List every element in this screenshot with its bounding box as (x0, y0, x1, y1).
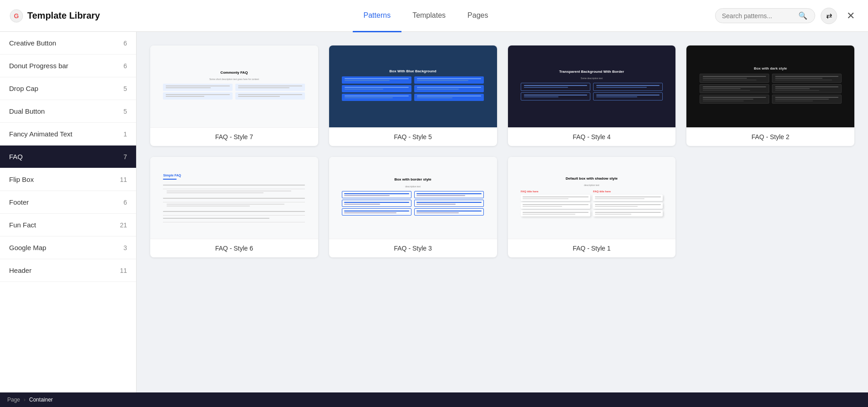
tab-pages[interactable]: Pages (457, 0, 499, 32)
sidebar-item-fancy-animated-text[interactable]: Fancy Animated Text 1 (0, 123, 136, 146)
main-layout: Creative Button 6 Donut Progress bar 6 D… (0, 32, 868, 392)
card-preview-faq-4: Transparent Background With Border Some … (508, 45, 676, 127)
tab-templates[interactable]: Templates (401, 0, 457, 32)
sidebar-item-label: Fancy Animated Text (9, 130, 72, 138)
faq-mock-7: Commonly FAQ Some short description text… (158, 65, 310, 107)
card-label-faq-4: FAQ - Style 4 (508, 127, 676, 146)
sidebar-item-label: Donut Progress bar (9, 62, 68, 70)
search-input[interactable] (722, 12, 795, 20)
logo-icon: G (9, 9, 24, 23)
page-label: Page (7, 397, 20, 403)
sidebar-item-dual-button[interactable]: Dual Button 5 (0, 100, 136, 123)
sidebar-item-count: 5 (123, 108, 127, 115)
sidebar-item-google-map[interactable]: Google Map 3 (0, 236, 136, 259)
card-label-faq-6: FAQ - Style 6 (150, 239, 318, 257)
sidebar-item-count: 11 (120, 267, 127, 274)
container-label: Container (29, 397, 53, 403)
sidebar-item-label: Drop Cap (9, 85, 38, 92)
faq-mock-4: Transparent Background With Border Some … (516, 65, 667, 108)
close-icon: ✕ (847, 10, 855, 22)
search-box[interactable]: 🔍 (715, 8, 815, 23)
template-card-faq-1[interactable]: Default box with shadow style descriptio… (508, 157, 676, 257)
card-label-faq-3: FAQ - Style 3 (329, 239, 497, 257)
sidebar-item-flip-box[interactable]: Flip Box 11 (0, 168, 136, 191)
card-preview-faq-1: Default box with shadow style descriptio… (508, 157, 676, 239)
sidebar-item-count: 6 (123, 199, 127, 206)
template-card-faq-6[interactable]: Simple FAQ FAQ - Style 6 (150, 157, 318, 257)
sidebar-item-label: Footer (9, 198, 29, 206)
card-label-faq-1: FAQ - Style 1 (508, 239, 676, 257)
template-card-faq-2[interactable]: Box with dark style (686, 45, 854, 146)
sidebar-item-donut-progress[interactable]: Donut Progress bar 6 (0, 55, 136, 77)
sidebar-item-creative-button[interactable]: Creative Button 6 (0, 32, 136, 55)
faq-mock-1: Default box with shadow style descriptio… (516, 171, 667, 224)
template-card-faq-4[interactable]: Transparent Background With Border Some … (508, 45, 676, 146)
sidebar-item-count: 6 (123, 40, 127, 47)
sidebar-item-drop-cap[interactable]: Drop Cap 5 (0, 77, 136, 100)
sidebar-item-count: 1 (123, 131, 127, 138)
faq-mock-3: Box with border style description text (337, 172, 488, 223)
sidebar-item-label: Fun Fact (9, 221, 36, 229)
sidebar: Creative Button 6 Donut Progress bar 6 D… (0, 32, 137, 392)
sidebar-item-label: Google Map (9, 244, 46, 251)
sidebar-item-label: Header (9, 266, 31, 274)
bottom-bar: Page › Container (0, 392, 868, 407)
template-card-faq-3[interactable]: Box with border style description text (329, 157, 497, 257)
faq-mock-5: Box With Blue Background (337, 64, 488, 109)
card-preview-faq-7: Commonly FAQ Some short description text… (150, 45, 318, 127)
card-preview-faq-2: Box with dark style (686, 45, 854, 127)
tab-patterns[interactable]: Patterns (353, 0, 402, 32)
sidebar-item-count: 5 (123, 85, 127, 92)
faq-mock-6: Simple FAQ (158, 169, 310, 227)
sidebar-item-count: 11 (120, 176, 127, 183)
template-card-faq-5[interactable]: Box With Blue Background (329, 45, 497, 146)
sidebar-item-header[interactable]: Header 11 (0, 259, 136, 282)
faq-mock-2: Box with dark style (695, 61, 846, 111)
card-label-faq-7: FAQ - Style 7 (150, 127, 318, 146)
sidebar-item-count: 3 (123, 244, 127, 251)
search-icon[interactable]: 🔍 (798, 11, 807, 20)
sidebar-item-label: Creative Button (9, 39, 56, 47)
card-label-faq-2: FAQ - Style 2 (686, 127, 854, 146)
template-card-faq-7[interactable]: Commonly FAQ Some short description text… (150, 45, 318, 146)
sidebar-item-label: Flip Box (9, 176, 34, 183)
template-grid: Commonly FAQ Some short description text… (150, 45, 854, 257)
sidebar-item-fun-fact[interactable]: Fun Fact 21 (0, 214, 136, 236)
breadcrumb-separator: › (24, 397, 25, 403)
close-button[interactable]: ✕ (843, 8, 859, 24)
logo-area: G Template Library (9, 9, 137, 23)
filter-button[interactable]: ⇄ (821, 8, 837, 24)
header-right: 🔍 ⇄ ✕ (715, 8, 859, 24)
card-preview-faq-3: Box with border style description text (329, 157, 497, 239)
sidebar-item-faq[interactable]: FAQ 7 (0, 146, 136, 168)
sidebar-item-footer[interactable]: Footer 6 (0, 191, 136, 214)
sidebar-item-label: FAQ (9, 153, 23, 161)
sidebar-item-count: 6 (123, 62, 127, 70)
sidebar-item-label: Dual Button (9, 107, 45, 115)
content-area: Commonly FAQ Some short description text… (137, 32, 868, 392)
sidebar-item-count: 7 (123, 153, 127, 161)
logo-title: Template Library (27, 10, 100, 21)
svg-text:G: G (14, 12, 19, 20)
header: G Template Library Patterns Templates Pa… (0, 0, 868, 32)
card-preview-faq-5: Box With Blue Background (329, 45, 497, 127)
card-preview-faq-6: Simple FAQ (150, 157, 318, 239)
header-tabs: Patterns Templates Pages (137, 0, 715, 32)
filter-icon: ⇄ (826, 11, 832, 20)
sidebar-item-count: 21 (120, 221, 127, 229)
card-label-faq-5: FAQ - Style 5 (329, 127, 497, 146)
